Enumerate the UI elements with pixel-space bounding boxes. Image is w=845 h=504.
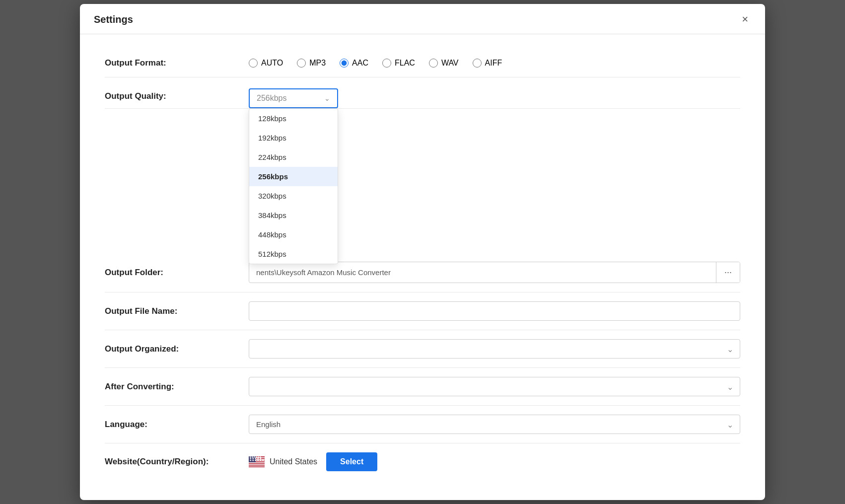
output-folder-content: ··· bbox=[249, 262, 740, 283]
after-converting-row: After Converting: ⌄ bbox=[105, 368, 740, 406]
output-format-row: Output Format: AUTO MP3 AAC bbox=[105, 49, 740, 77]
folder-input-wrapper: ··· bbox=[249, 262, 740, 283]
format-aac-option[interactable]: AAC bbox=[340, 59, 368, 68]
folder-browse-button[interactable]: ··· bbox=[716, 262, 740, 283]
website-row: Website(Country/Region): ★★★★★★ bbox=[105, 443, 740, 480]
format-aac-label: AAC bbox=[352, 59, 368, 68]
output-format-content: AUTO MP3 AAC FLAC bbox=[249, 59, 740, 68]
quality-dropdown-menu: 128kbps 192kbps 224kbps 256kbps 320kbps … bbox=[249, 108, 338, 264]
svg-text:★★★★★★: ★★★★★★ bbox=[249, 456, 262, 458]
format-aac-radio[interactable] bbox=[340, 59, 349, 68]
quality-192-option[interactable]: 192kbps bbox=[249, 128, 338, 147]
output-quality-label: Output Quality: bbox=[105, 91, 249, 101]
quality-448-option[interactable]: 448kbps bbox=[249, 225, 338, 244]
format-wav-option[interactable]: WAV bbox=[429, 59, 459, 68]
close-button[interactable]: × bbox=[739, 13, 751, 26]
output-format-label: Output Format: bbox=[105, 58, 249, 68]
dropdown-spacer bbox=[105, 109, 740, 253]
quality-selected-value: 256kbps bbox=[257, 94, 287, 103]
filename-input[interactable] bbox=[249, 301, 740, 321]
output-filename-label: Output File Name: bbox=[105, 306, 249, 316]
svg-rect-6 bbox=[249, 466, 265, 467]
format-mp3-label: MP3 bbox=[309, 59, 326, 68]
format-flac-radio[interactable] bbox=[382, 59, 391, 68]
output-organized-content: ⌄ bbox=[249, 339, 740, 359]
format-aiff-option[interactable]: AIFF bbox=[473, 59, 502, 68]
language-select[interactable]: English bbox=[249, 415, 740, 434]
format-flac-option[interactable]: FLAC bbox=[382, 59, 415, 68]
dialog-body: Output Format: AUTO MP3 AAC bbox=[80, 34, 765, 500]
organized-select-wrapper: ⌄ bbox=[249, 339, 740, 359]
dialog-header: Settings × bbox=[80, 4, 765, 34]
format-aiff-label: AIFF bbox=[485, 59, 502, 68]
output-organized-label: Output Organized: bbox=[105, 344, 249, 354]
format-radio-group: AUTO MP3 AAC FLAC bbox=[249, 59, 502, 68]
quality-dropdown-button[interactable]: 256kbps ⌄ bbox=[249, 88, 338, 108]
svg-rect-4 bbox=[249, 462, 265, 463]
after-converting-label: After Converting: bbox=[105, 382, 249, 392]
website-label: Website(Country/Region): bbox=[105, 457, 249, 467]
output-quality-row: Output Quality: 256kbps ⌄ 128kbps 192kbp… bbox=[105, 77, 740, 109]
quality-320-option[interactable]: 320kbps bbox=[249, 186, 338, 206]
after-converting-content: ⌄ bbox=[249, 377, 740, 396]
output-organized-row: Output Organized: ⌄ bbox=[105, 330, 740, 368]
language-label: Language: bbox=[105, 420, 249, 430]
format-auto-radio[interactable] bbox=[249, 59, 258, 68]
folder-path-input[interactable] bbox=[249, 263, 716, 282]
format-wav-label: WAV bbox=[441, 59, 459, 68]
quality-384-option[interactable]: 384kbps bbox=[249, 206, 338, 225]
language-select-wrapper: English ⌄ bbox=[249, 415, 740, 434]
settings-dialog: Settings × Output Format: AUTO MP3 bbox=[80, 4, 765, 500]
format-mp3-radio[interactable] bbox=[297, 59, 306, 68]
format-flac-label: FLAC bbox=[395, 59, 415, 68]
after-converting-select-wrapper: ⌄ bbox=[249, 377, 740, 396]
us-flag-icon: ★★★★★★ ★★★★★ ★★★★★★ bbox=[249, 456, 265, 467]
svg-rect-5 bbox=[249, 464, 265, 465]
output-folder-row: Output Folder: ··· bbox=[105, 253, 740, 292]
organized-select[interactable] bbox=[249, 339, 740, 359]
output-folder-label: Output Folder: bbox=[105, 268, 249, 278]
dialog-title: Settings bbox=[94, 14, 133, 25]
language-row: Language: English ⌄ bbox=[105, 406, 740, 443]
quality-224-option[interactable]: 224kbps bbox=[249, 147, 338, 167]
output-filename-content bbox=[249, 301, 740, 321]
website-content: ★★★★★★ ★★★★★ ★★★★★★ United States Select bbox=[249, 452, 740, 471]
country-name: United States bbox=[270, 457, 317, 466]
quality-256-option[interactable]: 256kbps bbox=[249, 167, 338, 186]
format-aiff-radio[interactable] bbox=[473, 59, 482, 68]
output-filename-row: Output File Name: bbox=[105, 292, 740, 330]
format-mp3-option[interactable]: MP3 bbox=[297, 59, 326, 68]
format-auto-option[interactable]: AUTO bbox=[249, 59, 283, 68]
select-country-button[interactable]: Select bbox=[326, 452, 377, 471]
chevron-down-icon: ⌄ bbox=[324, 94, 330, 102]
language-content: English ⌄ bbox=[249, 415, 740, 434]
quality-dropdown-wrapper: 256kbps ⌄ 128kbps 192kbps 224kbps 256kbp… bbox=[249, 88, 338, 108]
quality-512-option[interactable]: 512kbps bbox=[249, 244, 338, 264]
format-auto-label: AUTO bbox=[261, 59, 283, 68]
quality-128-option[interactable]: 128kbps bbox=[249, 109, 338, 128]
output-quality-content: 256kbps ⌄ 128kbps 192kbps 224kbps 256kbp… bbox=[249, 88, 740, 108]
after-converting-select[interactable] bbox=[249, 377, 740, 396]
format-wav-radio[interactable] bbox=[429, 59, 438, 68]
